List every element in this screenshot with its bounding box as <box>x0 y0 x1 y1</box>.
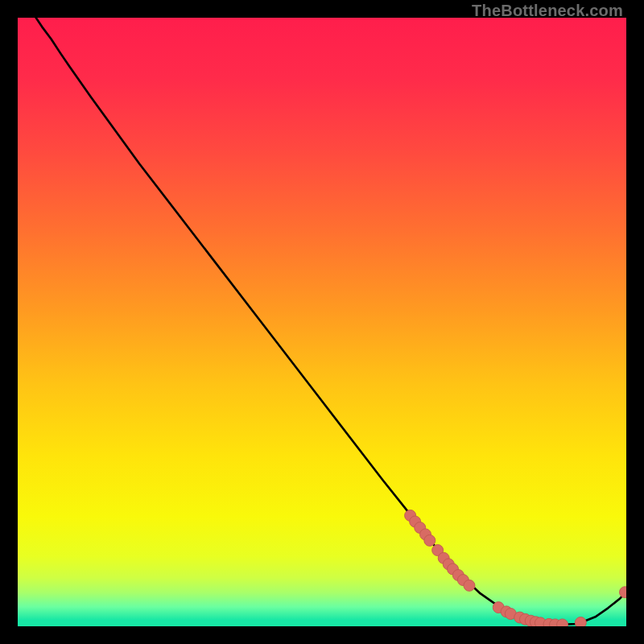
chart-stage: TheBottleneck.com <box>0 0 644 644</box>
plot-area <box>18 18 626 626</box>
svg-rect-0 <box>18 18 626 626</box>
background-gradient <box>18 18 626 626</box>
